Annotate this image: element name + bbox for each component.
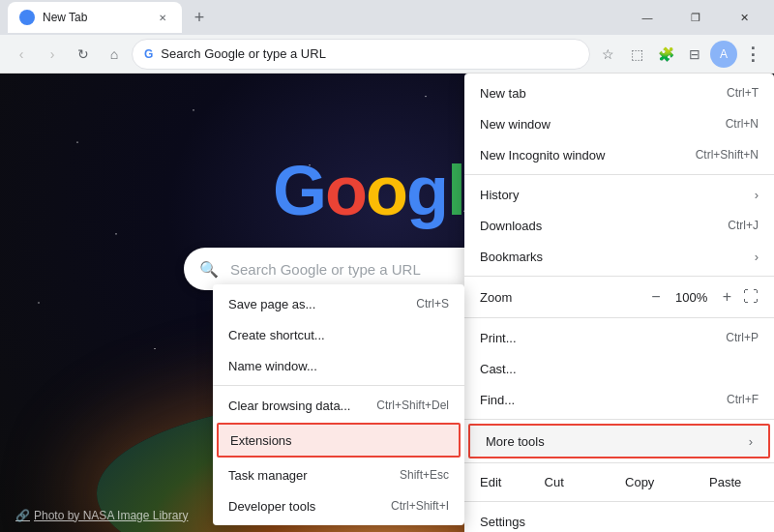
clear-browsing-label: Clear browsing data... [228, 399, 350, 413]
create-shortcut-label: Create shortcut... [228, 328, 325, 342]
search-placeholder: Search Google or type a URL [230, 261, 421, 278]
menu-divider-2 [464, 276, 774, 277]
title-bar: New Tab ✕ + — ❐ ✕ [0, 0, 774, 35]
menu-item-zoom: Zoom − 100% + ⛶ [464, 281, 774, 313]
incognito-shortcut: Ctrl+Shift+N [696, 148, 759, 162]
cast-label: Cast... [480, 362, 517, 376]
tab-favicon [19, 10, 35, 25]
edit-row: Edit Cut Copy Paste [464, 467, 774, 497]
nav-icons: ☆ ⬚ 🧩 ⊟ A ⋮ [594, 41, 766, 68]
menu-divider-6 [464, 501, 774, 502]
menu-item-downloads[interactable]: Downloads Ctrl+J [464, 210, 774, 241]
menu-button[interactable]: ⋮ [739, 41, 766, 68]
submenu-developer-tools[interactable]: Developer tools Ctrl+Shift+I [213, 490, 464, 521]
zoom-out-button[interactable]: − [647, 288, 664, 306]
find-shortcut: Ctrl+F [727, 393, 759, 406]
extensions-icon[interactable]: 🧩 [652, 41, 679, 68]
menu-divider-1 [464, 174, 774, 175]
menu-item-more-tools[interactable]: More tools › [470, 426, 768, 457]
history-label: History [480, 188, 519, 202]
developer-tools-shortcut: Ctrl+Shift+I [391, 499, 449, 513]
zoom-in-button[interactable]: + [719, 288, 735, 306]
more-tools-label: More tools [486, 434, 545, 449]
forward-button[interactable]: › [39, 41, 66, 68]
menu-divider-4 [464, 419, 774, 420]
menu-item-incognito[interactable]: New Incognito window Ctrl+Shift+N [464, 139, 774, 170]
print-shortcut: Ctrl+P [726, 331, 759, 344]
menu-item-new-window[interactable]: New window Ctrl+N [464, 108, 774, 139]
save-page-shortcut: Ctrl+S [416, 297, 449, 310]
new-window-shortcut: Ctrl+N [726, 117, 759, 131]
edit-label: Edit [472, 475, 509, 489]
submenu-task-manager[interactable]: Task manager Shift+Esc [213, 459, 464, 490]
more-tools-arrow: › [749, 434, 753, 449]
back-button[interactable]: ‹ [8, 41, 35, 68]
developer-tools-label: Developer tools [228, 499, 315, 514]
home-button[interactable]: ⌂ [101, 41, 128, 68]
downloads-shortcut: Ctrl+J [728, 219, 759, 232]
task-manager-shortcut: Shift+Esc [400, 468, 449, 482]
browser-content: G o o g l e 🔍 Search Google or type a UR… [0, 74, 774, 532]
screenshot-icon[interactable]: ⬚ [623, 41, 650, 68]
dropdown-menu: New tab Ctrl+T New window Ctrl+N New Inc… [464, 74, 774, 532]
submenu-create-shortcut[interactable]: Create shortcut... [213, 319, 464, 350]
menu-item-history[interactable]: History › [464, 179, 774, 210]
menu-item-bookmarks[interactable]: Bookmarks › [464, 241, 774, 272]
zoom-value: 100% [672, 290, 711, 305]
photo-credit-link[interactable]: 🔗 Photo by NASA Image Library [15, 506, 188, 524]
menu-item-new-tab[interactable]: New tab Ctrl+T [464, 77, 774, 108]
logo-g: G [273, 151, 325, 230]
submenu-clear-browsing[interactable]: Clear browsing data... Ctrl+Shift+Del [213, 390, 464, 421]
logo-o1: o [325, 151, 366, 230]
bookmark-icon[interactable]: ☆ [594, 41, 621, 68]
menu-divider-3 [464, 317, 774, 318]
sidebar-icon[interactable]: ⊟ [681, 41, 708, 68]
menu-divider-5 [464, 462, 774, 463]
save-page-label: Save page as... [228, 297, 315, 311]
new-window-label: New window [480, 117, 551, 132]
new-tab-button[interactable]: + [186, 4, 213, 31]
extensions-label: Extensions [230, 433, 292, 448]
photo-credit-text: Photo by NASA Image Library [34, 509, 188, 522]
bookmarks-arrow: › [755, 250, 759, 264]
search-icon: 🔍 [199, 260, 219, 279]
downloads-label: Downloads [480, 219, 542, 233]
svg-point-0 [22, 13, 32, 22]
address-bar[interactable]: G Search Google or type a URL [132, 39, 590, 70]
profile-button[interactable]: A [710, 41, 737, 68]
fullscreen-button[interactable]: ⛶ [743, 288, 759, 306]
paste-button[interactable]: Paste [684, 471, 766, 493]
tab-close-button[interactable]: ✕ [155, 10, 170, 25]
zoom-label: Zoom [480, 290, 512, 305]
clear-browsing-shortcut: Ctrl+Shift+Del [376, 399, 449, 412]
copy-button[interactable]: Copy [599, 471, 681, 493]
submenu-name-window[interactable]: Name window... [213, 350, 464, 381]
link-icon: 🔗 [15, 509, 30, 522]
reload-button[interactable]: ↻ [70, 41, 97, 68]
settings-label: Settings [480, 515, 525, 529]
name-window-label: Name window... [228, 359, 317, 373]
zoom-controls: − 100% + ⛶ [647, 288, 759, 306]
minimize-button[interactable]: — [625, 0, 670, 35]
cut-button[interactable]: Cut [513, 471, 595, 493]
menu-item-cast[interactable]: Cast... [464, 353, 774, 384]
more-tools-highlight-box: More tools › [468, 424, 770, 458]
restore-button[interactable]: ❐ [673, 0, 718, 35]
extensions-highlight-box: Extensions [217, 423, 461, 458]
logo-l: l [447, 151, 464, 230]
print-label: Print... [480, 331, 517, 345]
browser-tab[interactable]: New Tab ✕ [8, 2, 182, 33]
submenu-save-page[interactable]: Save page as... Ctrl+S [213, 288, 464, 319]
new-tab-label: New tab [480, 86, 526, 101]
close-button[interactable]: ✕ [722, 0, 766, 35]
menu-item-print[interactable]: Print... Ctrl+P [464, 322, 774, 353]
more-tools-submenu: Save page as... Ctrl+S Create shortcut..… [213, 284, 464, 525]
google-icon: G [144, 47, 153, 61]
submenu-extensions[interactable]: Extensions [219, 425, 459, 456]
history-arrow: › [755, 188, 759, 202]
bookmarks-label: Bookmarks [480, 250, 543, 264]
menu-item-settings[interactable]: Settings [464, 506, 774, 532]
task-manager-label: Task manager [228, 468, 308, 483]
new-tab-shortcut: Ctrl+T [727, 86, 759, 100]
menu-item-find[interactable]: Find... Ctrl+F [464, 384, 774, 415]
